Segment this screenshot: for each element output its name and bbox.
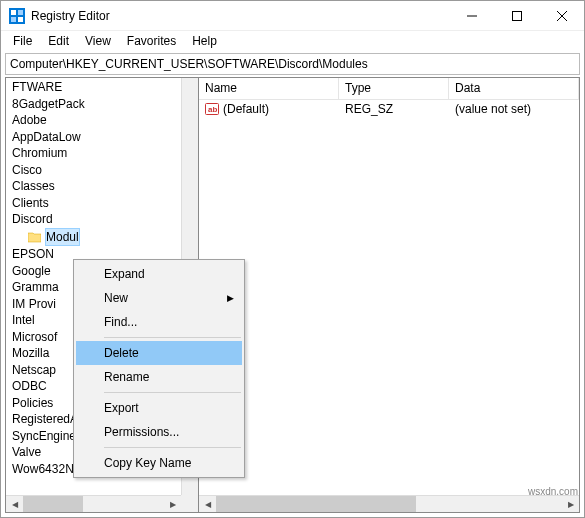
ctx-export[interactable]: Export [76,396,242,420]
list-panel: Name Type Data ab (Default) REG_SZ (valu… [199,77,580,513]
svg-rect-2 [18,10,23,15]
value-data: (value not set) [449,102,579,116]
list-row[interactable]: ab (Default) REG_SZ (value not set) [199,100,579,118]
menu-help[interactable]: Help [184,32,225,50]
svg-rect-4 [18,17,23,22]
column-type[interactable]: Type [339,78,449,99]
tree-item[interactable]: Classes [6,178,198,195]
tree-item[interactable]: AppDataLow [6,129,198,146]
ctx-delete[interactable]: Delete [76,341,242,365]
string-value-icon: ab [205,102,219,116]
scroll-right-icon[interactable]: ▶ [562,496,579,513]
ctx-copykeyname[interactable]: Copy Key Name [76,451,242,475]
menu-edit[interactable]: Edit [40,32,77,50]
svg-text:ab: ab [208,105,217,114]
menu-favorites[interactable]: Favorites [119,32,184,50]
tree-item[interactable]: Discord [6,211,198,228]
scroll-thumb[interactable] [216,496,416,512]
separator [104,447,241,448]
separator [104,392,241,393]
tree-item[interactable]: 8GadgetPack [6,96,198,113]
ctx-expand[interactable]: Expand [76,262,242,286]
window-title: Registry Editor [31,9,449,23]
scroll-corner [181,495,198,512]
separator [104,337,241,338]
address-path: Computer\HKEY_CURRENT_USER\SOFTWARE\Disc… [10,57,368,71]
scroll-left-icon[interactable]: ◀ [199,496,216,513]
tree-item[interactable]: FTWARE [6,79,198,96]
column-name[interactable]: Name [199,78,339,99]
tree-horizontal-scrollbar[interactable]: ◀ ▶ [6,495,181,512]
ctx-rename[interactable]: Rename [76,365,242,389]
menu-bar: File Edit View Favorites Help [1,31,584,51]
submenu-arrow-icon: ▶ [227,293,234,303]
scroll-right-icon[interactable]: ▶ [164,496,181,513]
list-header: Name Type Data [199,78,579,100]
ctx-new-label: New [104,291,128,305]
address-bar[interactable]: Computer\HKEY_CURRENT_USER\SOFTWARE\Disc… [5,53,580,75]
svg-rect-6 [512,11,521,20]
app-icon [9,8,25,24]
tree-item-selected[interactable]: Modul [6,228,198,247]
list-horizontal-scrollbar[interactable]: ◀ ▶ [199,495,579,512]
scroll-left-icon[interactable]: ◀ [6,496,23,513]
column-data[interactable]: Data [449,78,579,99]
folder-icon [28,231,41,242]
scroll-thumb[interactable] [23,496,83,512]
maximize-button[interactable] [494,1,539,31]
tree-item[interactable]: Cisco [6,162,198,179]
ctx-permissions[interactable]: Permissions... [76,420,242,444]
close-button[interactable] [539,1,584,31]
watermark: wsxdn.com [528,486,578,497]
value-name: (Default) [223,102,269,116]
tree-item[interactable]: Chromium [6,145,198,162]
menu-file[interactable]: File [5,32,40,50]
menu-view[interactable]: View [77,32,119,50]
tree-item[interactable]: Adobe [6,112,198,129]
tree-item-label: Modul [45,228,80,247]
svg-rect-3 [11,17,16,22]
ctx-new[interactable]: New ▶ [76,286,242,310]
svg-rect-1 [11,10,16,15]
title-bar: Registry Editor [1,1,584,31]
minimize-button[interactable] [449,1,494,31]
value-type: REG_SZ [339,102,449,116]
context-menu: Expand New ▶ Find... Delete Rename Expor… [73,259,245,478]
tree-item[interactable]: Clients [6,195,198,212]
ctx-find[interactable]: Find... [76,310,242,334]
